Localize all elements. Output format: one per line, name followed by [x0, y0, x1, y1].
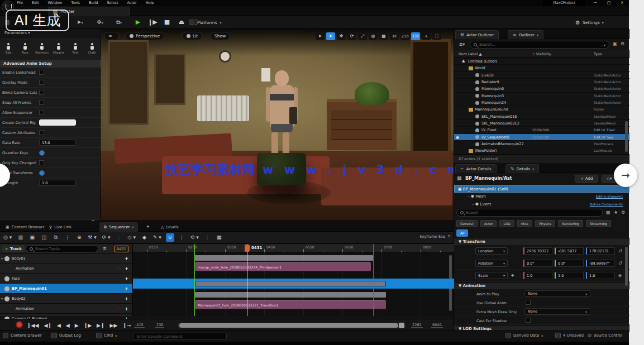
scale-z-field[interactable]: 1.0	[586, 272, 615, 279]
expand-icon[interactable]: ▲	[462, 59, 465, 63]
camera-speed-value[interactable]: 135	[411, 32, 420, 40]
source-control-button[interactable]: ◎ Source Control	[588, 333, 623, 338]
checkbox[interactable]	[39, 70, 44, 75]
checkbox[interactable]	[39, 110, 44, 115]
prev-key-button[interactable]: ◀	[57, 320, 61, 331]
toggle-on[interactable]	[39, 150, 45, 156]
add-section-icon[interactable]: ＋	[124, 285, 129, 293]
outliner-row[interactable]: Mannequin24StaticMeshActor	[454, 99, 629, 106]
snap-options-icon[interactable]: ⋮	[178, 233, 186, 242]
stop-button[interactable]: ■	[162, 17, 172, 27]
prev-shot-button[interactable]: ◀❙	[44, 320, 51, 331]
view-range-start[interactable]: -415	[134, 323, 145, 328]
location-y-field[interactable]: -681.5077	[555, 247, 584, 255]
menu-build[interactable]: Build	[89, 1, 98, 5]
more-dots-icon[interactable]: ⋯	[117, 266, 121, 270]
outliner-settings-icon[interactable]: ⚙	[621, 41, 624, 46]
work-range-start[interactable]: 2262	[411, 323, 423, 328]
type-link[interactable]: Edit LV_Fleet	[594, 128, 627, 132]
tab-outliner[interactable]: ≡ Outliner ▾	[508, 30, 543, 39]
record-button[interactable]	[16, 321, 23, 328]
view-range-end[interactable]: 230	[155, 323, 164, 328]
value-dropdown[interactable]: None▾	[524, 290, 590, 297]
show-dropdown[interactable]: Show	[210, 32, 230, 40]
add-track-button[interactable]: ＋Track	[2, 245, 25, 252]
anim-tool-pose[interactable]: Pose	[18, 43, 32, 54]
sequencer-track-animation[interactable]: Animation⋯＋	[0, 304, 132, 314]
anim-tool-edit[interactable]: Edit	[1, 43, 16, 54]
scale-dropdown[interactable]: Scale▾	[475, 272, 508, 279]
details-search-input[interactable]: Search	[456, 209, 603, 217]
section-header[interactable]: Advanced Anim Setup	[0, 60, 101, 68]
select-mode-dropdown[interactable]: ➤▾	[73, 18, 87, 27]
anim-tool-test[interactable]: Test	[68, 43, 83, 54]
filter-chip-rendering[interactable]: Rendering	[558, 220, 583, 227]
work-range-end[interactable]: 6040	[431, 323, 443, 328]
expander-icon[interactable]: ▾	[1, 256, 3, 260]
outliner-row[interactable]: SKL_Mannequin02E2SkeletalMesh	[454, 120, 629, 127]
save-sequence-icon[interactable]: ▥	[16, 233, 25, 242]
section-bar[interactable]	[195, 292, 386, 298]
menu-edit[interactable]: Edit	[32, 1, 39, 5]
cinematics-dropdown[interactable]: ⧉▾	[112, 18, 126, 27]
playhead-marker[interactable]	[245, 245, 250, 252]
scale-x-field[interactable]: 1.0	[523, 272, 552, 279]
timeline-horizontal-scrollbar[interactable]	[178, 323, 406, 328]
grid-snap-value[interactable]: 10	[390, 32, 399, 40]
step-back-button[interactable]: ◀	[66, 320, 70, 331]
rotation-snap-value[interactable]: ∠10	[400, 32, 409, 40]
details-settings-icon[interactable]: ⚙	[621, 210, 625, 215]
new-folder-icon[interactable]: ▣	[613, 41, 617, 46]
outliner-row[interactable]: (NewFolder)LastMosaic	[454, 147, 629, 154]
lock-icon[interactable]: ◈	[511, 273, 514, 277]
checkbox[interactable]	[39, 90, 44, 95]
curve-editor-icon[interactable]: ▦	[215, 233, 223, 242]
transform-section-header[interactable]: ▼ Transform	[454, 238, 629, 245]
sequencer-track-body02[interactable]: ▾Body02＋	[0, 294, 132, 304]
play-button[interactable]: ▶	[133, 17, 143, 27]
seq-tab-live-link[interactable]: ⚲Live Link	[45, 222, 76, 232]
playback-speed-icon[interactable]: ⟲ ▾	[189, 233, 200, 242]
sequencer-track-bp-mannequin01[interactable]: BP_Mannequin01＋	[0, 284, 132, 294]
track-filter-icon[interactable]: ≣	[103, 246, 107, 251]
outliner-row[interactable]: ◉LV_Sequence016000x500Edit LV_Seq	[454, 134, 629, 141]
reset-icon[interactable]: ◈	[618, 273, 622, 278]
render-movie-icon[interactable]: ⧉	[51, 233, 60, 242]
toggle-on[interactable]	[39, 170, 45, 176]
camera-lock-group[interactable]: Keyframe Seq ⌑	[420, 234, 451, 239]
location-x-field[interactable]: 2936.70322	[523, 247, 552, 255]
sequencer-track-body01[interactable]: ▾Body01＋	[0, 253, 132, 263]
close-button[interactable]: ✕	[618, 0, 627, 6]
sequencer-track-face[interactable]: Face＋	[0, 274, 132, 284]
type-link[interactable]: Edit LV_Seq	[594, 135, 627, 139]
component-row[interactable]: – ⚉ MeshEdit in Blueprint	[454, 193, 629, 200]
timeline-area[interactable]: 01500250035004500550065007500850 mocap_a…	[132, 244, 454, 316]
settings-dropdown[interactable]: ⚙ Settings ▾	[575, 18, 604, 27]
sequence-tools-icon[interactable]: ⚒ ▾	[87, 233, 97, 242]
outliner-row[interactable]: Mannequin0StaticMeshActor	[454, 85, 629, 92]
reset-icon[interactable]: ↺	[618, 261, 622, 266]
select-objects-tool[interactable]: ➤	[326, 32, 335, 40]
menu-help[interactable]: Help	[146, 1, 154, 5]
anim-tool-skeleton[interactable]: Skeleton	[35, 43, 49, 54]
playhead-line[interactable]	[247, 244, 247, 316]
checkbox[interactable]	[39, 80, 44, 85]
add-section-icon[interactable]: ＋	[124, 295, 129, 303]
play-reverse-button[interactable]: ▶	[75, 320, 79, 331]
animation-clip[interactable]: Mannequin01_turn_2018050533321_Transitio…	[195, 300, 386, 309]
component-link[interactable]: Edit in Blueprint	[596, 194, 623, 198]
track-search-input[interactable]: Search Tracks	[26, 245, 98, 252]
move-tool[interactable]: ✥	[337, 32, 346, 40]
nav-next-button[interactable]: →	[614, 164, 637, 187]
derived-data-button[interactable]: Derived Data ▾	[505, 333, 543, 338]
current-frame-badge[interactable]: 0431	[115, 246, 128, 252]
favorites-star-icon[interactable]: ★	[614, 210, 618, 215]
filter-chip-streaming[interactable]: Streaming	[586, 220, 611, 227]
filter-chip-misc[interactable]: Misc	[517, 220, 532, 227]
curve-editor-pen-icon[interactable]: ✎ ▾	[152, 233, 163, 242]
add-section-icon[interactable]: ＋	[124, 255, 129, 262]
output-log-button[interactable]: Output Log	[51, 333, 81, 338]
world-space-toggle[interactable]: ◍	[369, 32, 378, 40]
animation-clip[interactable]: mocap_anim_Asm_201805233337A_Thirdperson…	[195, 262, 371, 271]
scrollbar-thumb[interactable]	[179, 323, 398, 328]
